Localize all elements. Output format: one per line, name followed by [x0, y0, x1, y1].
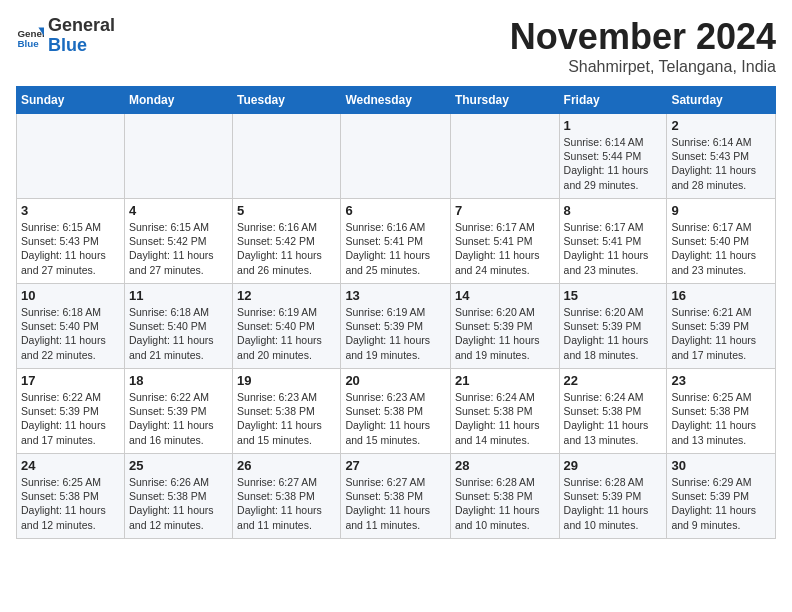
day-number: 12 [237, 288, 336, 303]
calendar-cell: 8Sunrise: 6:17 AM Sunset: 5:41 PM Daylig… [559, 199, 667, 284]
day-number: 19 [237, 373, 336, 388]
header-saturday: Saturday [667, 87, 776, 114]
calendar-week-4: 17Sunrise: 6:22 AM Sunset: 5:39 PM Dayli… [17, 369, 776, 454]
day-detail: Sunrise: 6:26 AM Sunset: 5:38 PM Dayligh… [129, 475, 228, 532]
day-number: 22 [564, 373, 663, 388]
calendar-cell: 5Sunrise: 6:16 AM Sunset: 5:42 PM Daylig… [233, 199, 341, 284]
calendar-cell: 23Sunrise: 6:25 AM Sunset: 5:38 PM Dayli… [667, 369, 776, 454]
day-number: 3 [21, 203, 120, 218]
title-section: November 2024 Shahmirpet, Telangana, Ind… [510, 16, 776, 76]
day-detail: Sunrise: 6:24 AM Sunset: 5:38 PM Dayligh… [564, 390, 663, 447]
calendar-cell: 13Sunrise: 6:19 AM Sunset: 5:39 PM Dayli… [341, 284, 451, 369]
header-sunday: Sunday [17, 87, 125, 114]
day-detail: Sunrise: 6:14 AM Sunset: 5:43 PM Dayligh… [671, 135, 771, 192]
logo-icon: General Blue [16, 22, 44, 50]
day-number: 5 [237, 203, 336, 218]
calendar-cell: 14Sunrise: 6:20 AM Sunset: 5:39 PM Dayli… [450, 284, 559, 369]
calendar-cell: 30Sunrise: 6:29 AM Sunset: 5:39 PM Dayli… [667, 454, 776, 539]
day-detail: Sunrise: 6:17 AM Sunset: 5:41 PM Dayligh… [455, 220, 555, 277]
calendar-week-3: 10Sunrise: 6:18 AM Sunset: 5:40 PM Dayli… [17, 284, 776, 369]
calendar-cell: 18Sunrise: 6:22 AM Sunset: 5:39 PM Dayli… [124, 369, 232, 454]
day-detail: Sunrise: 6:19 AM Sunset: 5:40 PM Dayligh… [237, 305, 336, 362]
calendar-cell: 29Sunrise: 6:28 AM Sunset: 5:39 PM Dayli… [559, 454, 667, 539]
header-friday: Friday [559, 87, 667, 114]
day-detail: Sunrise: 6:14 AM Sunset: 5:44 PM Dayligh… [564, 135, 663, 192]
day-detail: Sunrise: 6:28 AM Sunset: 5:39 PM Dayligh… [564, 475, 663, 532]
calendar-cell [450, 114, 559, 199]
day-detail: Sunrise: 6:23 AM Sunset: 5:38 PM Dayligh… [345, 390, 446, 447]
day-detail: Sunrise: 6:27 AM Sunset: 5:38 PM Dayligh… [237, 475, 336, 532]
calendar-cell [233, 114, 341, 199]
logo-wordmark: General Blue [48, 16, 115, 56]
logo-blue: Blue [48, 35, 87, 55]
day-number: 8 [564, 203, 663, 218]
calendar-cell: 2Sunrise: 6:14 AM Sunset: 5:43 PM Daylig… [667, 114, 776, 199]
day-number: 25 [129, 458, 228, 473]
header-tuesday: Tuesday [233, 87, 341, 114]
calendar-body: 1Sunrise: 6:14 AM Sunset: 5:44 PM Daylig… [17, 114, 776, 539]
day-detail: Sunrise: 6:19 AM Sunset: 5:39 PM Dayligh… [345, 305, 446, 362]
day-number: 29 [564, 458, 663, 473]
calendar-cell: 9Sunrise: 6:17 AM Sunset: 5:40 PM Daylig… [667, 199, 776, 284]
calendar-cell: 6Sunrise: 6:16 AM Sunset: 5:41 PM Daylig… [341, 199, 451, 284]
calendar-cell [341, 114, 451, 199]
calendar-cell: 17Sunrise: 6:22 AM Sunset: 5:39 PM Dayli… [17, 369, 125, 454]
day-number: 1 [564, 118, 663, 133]
day-detail: Sunrise: 6:18 AM Sunset: 5:40 PM Dayligh… [129, 305, 228, 362]
day-number: 6 [345, 203, 446, 218]
day-number: 21 [455, 373, 555, 388]
day-number: 7 [455, 203, 555, 218]
day-detail: Sunrise: 6:18 AM Sunset: 5:40 PM Dayligh… [21, 305, 120, 362]
day-number: 11 [129, 288, 228, 303]
day-detail: Sunrise: 6:27 AM Sunset: 5:38 PM Dayligh… [345, 475, 446, 532]
day-detail: Sunrise: 6:25 AM Sunset: 5:38 PM Dayligh… [21, 475, 120, 532]
calendar-cell [17, 114, 125, 199]
day-detail: Sunrise: 6:17 AM Sunset: 5:40 PM Dayligh… [671, 220, 771, 277]
calendar-cell: 12Sunrise: 6:19 AM Sunset: 5:40 PM Dayli… [233, 284, 341, 369]
day-number: 18 [129, 373, 228, 388]
day-detail: Sunrise: 6:22 AM Sunset: 5:39 PM Dayligh… [21, 390, 120, 447]
day-detail: Sunrise: 6:20 AM Sunset: 5:39 PM Dayligh… [455, 305, 555, 362]
calendar-cell: 4Sunrise: 6:15 AM Sunset: 5:42 PM Daylig… [124, 199, 232, 284]
day-detail: Sunrise: 6:29 AM Sunset: 5:39 PM Dayligh… [671, 475, 771, 532]
calendar-cell: 25Sunrise: 6:26 AM Sunset: 5:38 PM Dayli… [124, 454, 232, 539]
day-detail: Sunrise: 6:16 AM Sunset: 5:42 PM Dayligh… [237, 220, 336, 277]
day-number: 4 [129, 203, 228, 218]
calendar-header: Sunday Monday Tuesday Wednesday Thursday… [17, 87, 776, 114]
calendar-cell: 22Sunrise: 6:24 AM Sunset: 5:38 PM Dayli… [559, 369, 667, 454]
day-detail: Sunrise: 6:16 AM Sunset: 5:41 PM Dayligh… [345, 220, 446, 277]
calendar-cell: 27Sunrise: 6:27 AM Sunset: 5:38 PM Dayli… [341, 454, 451, 539]
day-number: 30 [671, 458, 771, 473]
calendar-cell: 1Sunrise: 6:14 AM Sunset: 5:44 PM Daylig… [559, 114, 667, 199]
calendar-cell: 19Sunrise: 6:23 AM Sunset: 5:38 PM Dayli… [233, 369, 341, 454]
day-detail: Sunrise: 6:25 AM Sunset: 5:38 PM Dayligh… [671, 390, 771, 447]
day-number: 24 [21, 458, 120, 473]
day-number: 15 [564, 288, 663, 303]
day-detail: Sunrise: 6:23 AM Sunset: 5:38 PM Dayligh… [237, 390, 336, 447]
location: Shahmirpet, Telangana, India [510, 58, 776, 76]
svg-text:Blue: Blue [17, 38, 39, 49]
calendar-cell [124, 114, 232, 199]
day-detail: Sunrise: 6:17 AM Sunset: 5:41 PM Dayligh… [564, 220, 663, 277]
day-number: 26 [237, 458, 336, 473]
day-detail: Sunrise: 6:15 AM Sunset: 5:43 PM Dayligh… [21, 220, 120, 277]
header-row: Sunday Monday Tuesday Wednesday Thursday… [17, 87, 776, 114]
calendar-week-2: 3Sunrise: 6:15 AM Sunset: 5:43 PM Daylig… [17, 199, 776, 284]
calendar-cell: 26Sunrise: 6:27 AM Sunset: 5:38 PM Dayli… [233, 454, 341, 539]
calendar-cell: 15Sunrise: 6:20 AM Sunset: 5:39 PM Dayli… [559, 284, 667, 369]
logo-general: General [48, 15, 115, 35]
calendar-cell: 20Sunrise: 6:23 AM Sunset: 5:38 PM Dayli… [341, 369, 451, 454]
calendar-cell: 16Sunrise: 6:21 AM Sunset: 5:39 PM Dayli… [667, 284, 776, 369]
day-detail: Sunrise: 6:28 AM Sunset: 5:38 PM Dayligh… [455, 475, 555, 532]
calendar-week-1: 1Sunrise: 6:14 AM Sunset: 5:44 PM Daylig… [17, 114, 776, 199]
day-number: 27 [345, 458, 446, 473]
day-number: 2 [671, 118, 771, 133]
calendar-cell: 24Sunrise: 6:25 AM Sunset: 5:38 PM Dayli… [17, 454, 125, 539]
header-monday: Monday [124, 87, 232, 114]
day-detail: Sunrise: 6:21 AM Sunset: 5:39 PM Dayligh… [671, 305, 771, 362]
calendar-table: Sunday Monday Tuesday Wednesday Thursday… [16, 86, 776, 539]
calendar-cell: 10Sunrise: 6:18 AM Sunset: 5:40 PM Dayli… [17, 284, 125, 369]
day-number: 9 [671, 203, 771, 218]
day-number: 13 [345, 288, 446, 303]
calendar-cell: 11Sunrise: 6:18 AM Sunset: 5:40 PM Dayli… [124, 284, 232, 369]
